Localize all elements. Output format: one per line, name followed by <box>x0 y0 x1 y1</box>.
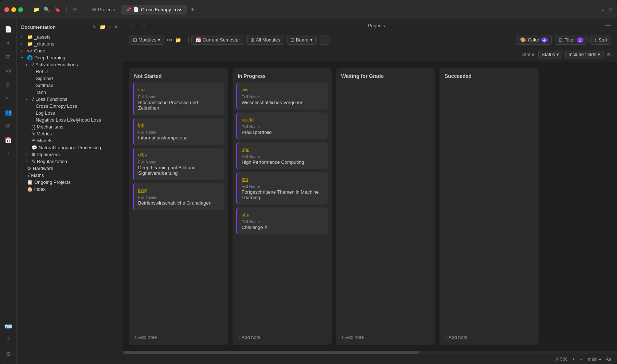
sidebar-icon-card[interactable]: 🪪 <box>3 320 14 332</box>
board-button[interactable]: ⊟ Board ▾ <box>286 35 317 45</box>
new-folder-icon[interactable]: 📁 <box>99 24 106 30</box>
color-filter-button[interactable]: 🎨 Color 4 <box>516 35 551 45</box>
current-semester-button[interactable]: 📅 Current Semester <box>191 35 244 45</box>
sidebar-icon-archive[interactable]: 🗂 <box>3 65 14 76</box>
tree-item-metrics[interactable]: ›fxMetrics <box>17 130 123 137</box>
font-toggle[interactable]: Aa <box>606 357 611 362</box>
card-pro3d[interactable]: pro3dFull NamePraxisportfolio <box>236 112 328 139</box>
card-ink[interactable]: inkFull NameInformationskompetenz <box>133 118 224 145</box>
sidebar-icon-help[interactable]: ? <box>3 334 14 346</box>
tree-item-ongoing-projects[interactable]: ›📋Ongoing Projects <box>17 179 123 186</box>
check-icon-item[interactable]: ✓ <box>580 357 583 362</box>
modules-more-icon[interactable]: ••• <box>167 37 173 43</box>
tree-item-code[interactable]: ›<>Code <box>17 47 123 54</box>
card-link-wiv[interactable]: wiv <box>242 87 324 92</box>
add-note-button-not-started[interactable]: + Add note <box>134 333 223 341</box>
sidebar-icon-grid[interactable]: ⊞ <box>3 51 14 63</box>
pin-icon: 📌 <box>126 7 131 12</box>
forward-arrow[interactable]: → <box>140 22 148 29</box>
search-icon[interactable]: 🔍 <box>44 7 50 12</box>
new-note-icon[interactable]: ✎ <box>92 24 97 30</box>
sidebar-icon-upload[interactable]: ↑ <box>3 148 14 159</box>
sort-button[interactable]: ↕ Sort <box>590 35 611 45</box>
tree-item-relu[interactable]: ReLU <box>17 68 123 75</box>
filter-button[interactable]: ⊟ Filter 1 <box>555 35 587 45</box>
tree-item-maths[interactable]: ›√Maths <box>17 172 123 179</box>
card-link-ink[interactable]: ink <box>138 122 220 128</box>
tree-item-hardware[interactable]: ›⚙Hardware <box>17 165 123 172</box>
card-link-hpc[interactable]: hpc <box>242 147 324 152</box>
tree-item-tanh[interactable]: Tanh <box>17 89 123 96</box>
chevron-down-icon[interactable]: ⌄ <box>601 7 605 12</box>
add-note-button-succeeded[interactable]: + Add note <box>445 333 534 341</box>
add-note-button-waiting-for-grade[interactable]: + Add note <box>341 333 430 341</box>
close-button[interactable] <box>4 7 9 12</box>
sidebar-icon-users[interactable]: 👥 <box>3 106 14 118</box>
card-link-pro3d[interactable]: pro3d <box>242 117 324 122</box>
include-fields-button[interactable]: Include fields ▾ <box>565 50 604 59</box>
ai-icon-item[interactable]: ✦ <box>572 357 575 362</box>
tree-item-optimizers[interactable]: ›⚙Optimizers <box>17 151 123 158</box>
filter-settings-icon[interactable]: ⚙ <box>606 52 611 58</box>
tree-item-softmax[interactable]: Softmax <box>17 82 123 89</box>
tree-item-deep-learning[interactable]: ▾🌐Deep Learning <box>17 54 123 61</box>
sidebar-icon-graph[interactable]: ✦ <box>3 37 14 49</box>
tree-item-nlp[interactable]: ›💬Natural Language Processing <box>17 144 123 151</box>
tree-chevron: › <box>26 159 30 163</box>
card-link-fml[interactable]: fml <box>242 177 324 182</box>
sidebar-icon-table[interactable]: ⊞ <box>3 120 14 132</box>
tab-cross-entropy[interactable]: 📌 📄 Cross Entropy Loss <box>121 5 187 15</box>
add-tab-button[interactable]: + <box>188 5 197 14</box>
tree-item-cross-entropy-loss[interactable]: Cross Entropy Loss <box>17 103 123 110</box>
tree-item-loss-functions[interactable]: ▾√Loss Functions <box>17 96 123 103</box>
sidebar-icon-settings[interactable]: ⚙ <box>3 348 14 360</box>
card-link-dlbs[interactable]: dlbs <box>138 152 220 158</box>
tree-item-assets[interactable]: ›📁_assets <box>17 33 123 40</box>
card-field-label-fml: Full Name <box>242 184 324 189</box>
tab-projects[interactable]: ⊞ Projects <box>87 5 120 15</box>
horizontal-scrollbar[interactable] <box>123 351 617 354</box>
maximize-button[interactable] <box>18 7 23 12</box>
card-chx[interactable]: chxFull NameChallenge X <box>236 207 328 234</box>
tree-item-index[interactable]: 🏠index <box>17 186 123 193</box>
card-fml[interactable]: fmlFull NameFortgeschrittene Themen in M… <box>236 172 328 205</box>
folder-icon[interactable]: 📁 <box>33 7 39 12</box>
all-modules-button[interactable]: ⊞ All Modules <box>246 35 284 45</box>
tree-item-activation-functions[interactable]: ▾√Activation Functions <box>17 61 123 68</box>
layout-icon[interactable]: ⊡ <box>608 7 613 12</box>
tree-item-regularization[interactable]: ›✎Regularization <box>17 158 123 165</box>
tree-item-mechanisms[interactable]: ›[·]Mechanisms <box>17 123 123 130</box>
card-dlbs[interactable]: dlbsFull NameDeep Learning auf Bild und … <box>133 148 224 180</box>
tree-icon-metrics: fx <box>31 131 35 136</box>
modules-button[interactable]: ⊞ Modules ▾ <box>129 35 164 45</box>
sort-icon[interactable]: ↕ <box>109 24 111 30</box>
card-wiv[interactable]: wivFull NameWissenschaftliches Vorgehen <box>236 83 328 110</box>
tree-item-log-loss[interactable]: Log Loss <box>17 110 123 116</box>
options-menu[interactable]: ••• <box>605 22 611 29</box>
minimize-button[interactable] <box>11 7 16 12</box>
close-sidebar-icon[interactable]: ✕ <box>114 24 118 30</box>
card-hpc[interactable]: hpcFull NameHigh Performance Computing <box>236 142 328 169</box>
tree-item-citations[interactable]: ›📁_citations <box>17 40 123 47</box>
tree-item-neg-loss[interactable]: Negative Loss Likelyhood Loss <box>17 116 123 123</box>
sidebar-icon-copy[interactable]: ⎘ <box>3 79 14 90</box>
sidebar-icon-home[interactable]: 📄 <box>3 23 14 35</box>
sidebar-icon-calendar[interactable]: 📅 <box>3 134 14 146</box>
status-select[interactable]: Status ▾ <box>538 50 562 59</box>
folder-nav-icon[interactable]: 📁 <box>175 37 181 43</box>
card-link-bwg[interactable]: bwg <box>138 187 220 193</box>
card-bwg[interactable]: bwgFull NameBetriebswirtschaftliche Grun… <box>133 183 224 210</box>
column-header-not-started: Not Started <box>129 68 228 83</box>
bookmark-icon[interactable]: 🔖 <box>54 7 60 12</box>
scrollbar-thumb[interactable] <box>123 351 419 354</box>
sidebar-toggle-icon[interactable]: ⊟ <box>73 7 77 12</box>
back-arrow[interactable]: ← <box>129 22 137 29</box>
add-view-button[interactable]: + <box>319 35 330 45</box>
card-link-chx[interactable]: chx <box>242 212 324 217</box>
tree-item-models[interactable]: ›☰Models <box>17 137 123 144</box>
sidebar-icon-terminal[interactable]: >_ <box>3 92 14 104</box>
add-note-button-in-progress[interactable]: + Add note <box>238 333 327 341</box>
card-link-spz[interactable]: spz <box>138 87 220 92</box>
card-spz[interactable]: spzFull NameStochastische Prozesse und Z… <box>133 83 224 115</box>
tree-item-sigmoid[interactable]: Sigmoid <box>17 75 123 82</box>
